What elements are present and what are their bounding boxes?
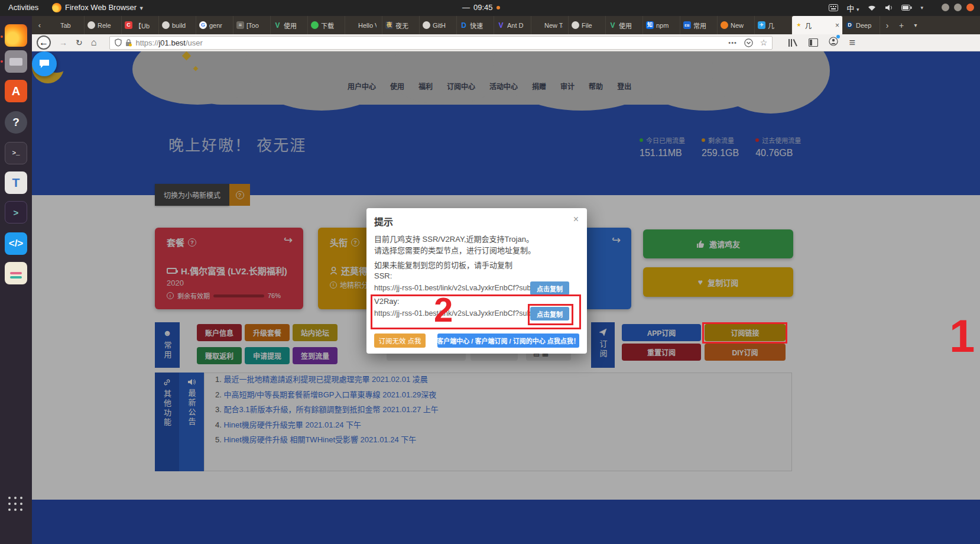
- tab-overflow-button[interactable]: ›: [880, 16, 894, 34]
- nav-item[interactable]: 审计: [560, 81, 575, 91]
- share-icon[interactable]: ↪: [612, 234, 621, 247]
- software-dock-icon[interactable]: A: [5, 80, 27, 102]
- browser-tab[interactable]: C 【Ub: [122, 16, 159, 34]
- announcement-link[interactable]: 中高短期/中等長期套餐新增BGP入口華東專線 2021.01.29深夜: [223, 390, 436, 399]
- tab-list-dropdown[interactable]: ▾: [908, 16, 923, 34]
- browser-tab[interactable]: Rele: [85, 16, 122, 34]
- subscribe-action-button[interactable]: 订阅链接: [705, 324, 786, 341]
- browser-tab[interactable]: V 使用: [271, 16, 308, 34]
- announcement-link[interactable]: Hinet機房硬件升級 相關TWHinet受影響 2021.01.24 下午: [223, 435, 416, 444]
- new-tab-button[interactable]: +: [894, 16, 908, 34]
- activities-button[interactable]: Activities: [8, 3, 38, 12]
- v2ray-copy-button[interactable]: 点击复制: [530, 307, 569, 320]
- announcement-link[interactable]: 配合3.1新版本升級，所有餘額調整到抵扣金幣 2021.01.27 上午: [223, 405, 438, 414]
- firefox-dock-icon[interactable]: [5, 24, 27, 47]
- announcement-link[interactable]: 最近一批地精邀請返利提現已提現處理完畢 2021.02.01 凌晨: [223, 375, 427, 384]
- browser-tab[interactable]: V Ant D: [494, 16, 531, 34]
- subscription-invalid-button[interactable]: 订阅无效 点我: [374, 333, 426, 348]
- copy-subscription-button[interactable]: ♥ 复制订阅: [643, 267, 793, 297]
- browser-tab[interactable]: GitH: [420, 16, 457, 34]
- browser-tab[interactable]: New Tab: [531, 16, 569, 34]
- close-button[interactable]: [966, 4, 974, 11]
- browser-tab[interactable]: ★ 几 ×: [792, 16, 843, 34]
- lock-warning-icon[interactable]: [125, 39, 132, 47]
- browser-tab[interactable]: G genr: [196, 16, 233, 34]
- browser-tab[interactable]: D Deep: [843, 16, 880, 34]
- ssr-copy-button[interactable]: 点击复制: [530, 281, 569, 295]
- browser-tab[interactable]: build: [159, 16, 196, 34]
- browser-tab[interactable]: D 快速: [457, 16, 494, 34]
- clock[interactable]: — 09:45: [462, 3, 500, 12]
- subscribe-action-button[interactable]: 重置订阅: [622, 344, 701, 361]
- browser-tab[interactable]: 夜 夜无: [382, 16, 420, 34]
- nav-item[interactable]: 福利: [418, 81, 433, 91]
- back-button[interactable]: ←: [37, 35, 51, 50]
- help-dock-icon[interactable]: ?: [5, 111, 27, 134]
- home-button[interactable]: ⌂: [91, 37, 97, 48]
- terminal-dock-icon[interactable]: >_: [5, 142, 27, 164]
- notes-dock-icon[interactable]: [5, 262, 27, 284]
- texteditor-dock-icon[interactable]: T: [5, 171, 27, 194]
- browser-tab[interactable]: ≡ [Too: [233, 16, 271, 34]
- browser-tab[interactable]: Hello Vu: [345, 16, 382, 34]
- library-icon[interactable]: [788, 38, 798, 47]
- latest-news-tab[interactable]: 最新公告: [179, 373, 204, 471]
- tab-scroll-left[interactable]: ‹: [32, 16, 47, 34]
- browser-tab[interactable]: 下载: [308, 16, 345, 34]
- common-action-button[interactable]: 赚取返利: [197, 347, 242, 364]
- pocket-icon[interactable]: [744, 38, 753, 47]
- account-icon[interactable]: [829, 37, 838, 48]
- common-section-tab[interactable]: ☻ 常用: [155, 322, 180, 368]
- browser-tab[interactable]: File: [569, 16, 606, 34]
- browser-tab[interactable]: Tab: [47, 16, 85, 34]
- common-action-button[interactable]: 签到流量: [293, 347, 338, 364]
- dialog-close-icon[interactable]: ×: [573, 214, 579, 225]
- browser-tab[interactable]: EB 常用: [680, 16, 718, 34]
- common-action-button[interactable]: 账户信息: [197, 324, 242, 341]
- minimize-button[interactable]: [942, 4, 949, 11]
- other-functions-tab[interactable]: 其他功能: [155, 373, 179, 471]
- nav-item[interactable]: 订阅中心: [447, 81, 475, 91]
- browser-tab[interactable]: New: [718, 16, 755, 34]
- announcement-link[interactable]: Hinet機房硬件升級完畢 2021.01.24 下午: [223, 420, 361, 429]
- nav-item[interactable]: 使用: [390, 81, 404, 91]
- page-actions-icon[interactable]: •••: [728, 39, 737, 46]
- reload-button[interactable]: ↻: [76, 38, 83, 47]
- common-action-button[interactable]: 申请提现: [245, 347, 290, 364]
- nav-item[interactable]: 用户中心: [348, 81, 376, 91]
- terminator-dock-icon[interactable]: >: [5, 201, 27, 224]
- live-chat-button[interactable]: [32, 51, 57, 76]
- invite-friends-button[interactable]: 邀请鸡友: [643, 229, 793, 258]
- switch-mode-help-button[interactable]: ?: [229, 184, 250, 206]
- common-action-button[interactable]: 升级套餐: [245, 324, 290, 341]
- question-icon[interactable]: ?: [351, 238, 359, 247]
- share-icon[interactable]: ↪: [284, 234, 293, 247]
- question-icon[interactable]: ?: [188, 238, 196, 247]
- nav-item[interactable]: 帮助: [589, 81, 603, 91]
- browser-tab[interactable]: V 使用: [606, 16, 643, 34]
- maximize-button[interactable]: [954, 4, 962, 11]
- client-center-button[interactable]: 客户端中心 / 客户端订阅 / 订阅的中心 点我点我！: [437, 333, 579, 348]
- show-applications-button[interactable]: [8, 497, 23, 511]
- menu-hamburger-icon[interactable]: ≡: [849, 37, 855, 49]
- system-tray[interactable]: 中 ▾ ▾: [829, 2, 923, 14]
- subscribe-action-button[interactable]: APP订阅: [622, 324, 701, 341]
- shield-icon[interactable]: [115, 38, 122, 47]
- app-title-menu[interactable]: Firefox Web Browser ▼: [65, 3, 144, 12]
- nav-item[interactable]: 登出: [617, 81, 631, 91]
- bookmark-star-icon[interactable]: ☆: [760, 38, 768, 47]
- common-action-button[interactable]: 站内论坛: [293, 324, 338, 341]
- url-address-field[interactable]: https://j01.best/user ••• ☆: [109, 36, 773, 50]
- nav-item[interactable]: 捐赠: [532, 81, 546, 91]
- forward-button[interactable]: →: [59, 38, 67, 47]
- browser-tab[interactable]: ✈ 几: [755, 16, 792, 34]
- nav-item[interactable]: 活动中心: [489, 81, 518, 91]
- vscode-dock-icon[interactable]: </>: [5, 232, 27, 255]
- browser-tab[interactable]: 知 npm: [643, 16, 680, 34]
- files-dock-icon[interactable]: [5, 50, 27, 73]
- subscribe-action-button[interactable]: DIY订阅: [705, 344, 786, 361]
- sidebar-icon[interactable]: [809, 38, 818, 47]
- tab-close-icon[interactable]: ×: [835, 21, 839, 30]
- switch-mode-button[interactable]: 切换为小萌新模式: [155, 184, 229, 206]
- subscribe-section-tab[interactable]: 订阅: [591, 322, 615, 368]
